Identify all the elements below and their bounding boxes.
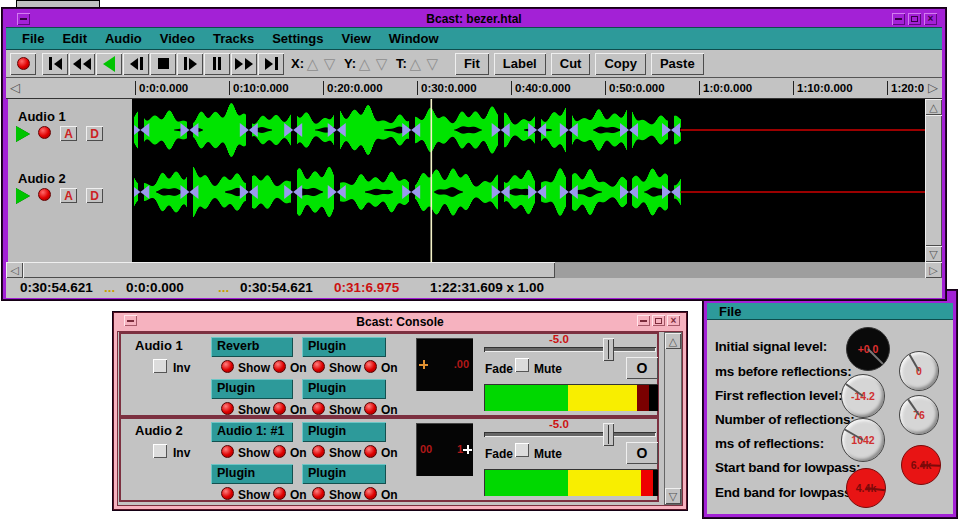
module-button[interactable]: Reverb — [211, 337, 293, 357]
pan-crosshair[interactable] — [463, 445, 472, 454]
paste-button[interactable]: Paste — [651, 53, 704, 75]
track-play-toggle[interactable] — [16, 188, 30, 204]
track-record-toggle[interactable] — [38, 126, 51, 139]
track-attach-button[interactable]: A — [60, 126, 77, 141]
on-radio[interactable] — [364, 402, 377, 415]
module-button[interactable]: Plugin — [211, 464, 293, 484]
maximize-button[interactable] — [652, 315, 665, 326]
module-button[interactable]: Plugin — [302, 337, 386, 357]
show-radio[interactable] — [221, 445, 234, 458]
maximize-button[interactable] — [908, 13, 921, 25]
scroll-down-button[interactable]: ▽ — [925, 246, 942, 262]
show-radio[interactable] — [221, 487, 234, 500]
pan-box[interactable]: 00 1 — [416, 423, 473, 476]
play-reverse-button[interactable] — [96, 53, 122, 75]
invert-checkbox[interactable] — [153, 444, 167, 458]
window-menu-button[interactable] — [17, 13, 30, 25]
module-button[interactable]: Plugin — [302, 464, 386, 484]
fast-forward-button[interactable] — [231, 53, 257, 75]
on-radio[interactable] — [273, 487, 286, 500]
module-button[interactable]: Plugin — [211, 379, 293, 399]
waveform-area[interactable] — [134, 99, 926, 262]
menu-audio[interactable]: Audio — [105, 31, 142, 46]
plugin-menu-file[interactable]: File — [719, 304, 741, 319]
goto-end-button[interactable] — [258, 53, 284, 75]
stop-button[interactable] — [150, 53, 176, 75]
show-radio[interactable] — [312, 487, 325, 500]
invert-checkbox[interactable] — [153, 359, 167, 373]
on-radio[interactable] — [364, 445, 377, 458]
knob-start-lowpass[interactable]: 6.4k — [901, 445, 941, 485]
scroll-up-button[interactable]: △ — [925, 99, 942, 115]
horizontal-scrollbar[interactable]: ◁ ▷ — [6, 262, 942, 278]
scroll-up-button[interactable]: △ — [665, 333, 681, 349]
close-button[interactable]: × — [667, 315, 680, 326]
zoom-t-down-button[interactable]: ▽ — [424, 55, 441, 73]
scroll-down-button[interactable]: ▽ — [665, 488, 681, 504]
pan-crosshair[interactable] — [419, 360, 428, 369]
menu-window[interactable]: Window — [389, 31, 439, 46]
on-radio[interactable] — [364, 487, 377, 500]
knob-num-reflections[interactable]: 76 — [899, 395, 939, 435]
track-play-toggle[interactable] — [16, 126, 30, 142]
show-radio[interactable] — [312, 402, 325, 415]
menu-edit[interactable]: Edit — [62, 31, 87, 46]
show-radio[interactable] — [312, 445, 325, 458]
knob-ms-before[interactable]: 0 — [899, 351, 939, 391]
menu-view[interactable]: View — [341, 31, 370, 46]
minimize-button[interactable] — [637, 315, 650, 326]
scroll-thumb[interactable] — [925, 115, 942, 246]
console-titlebar[interactable]: Bcast: Console — [117, 315, 683, 330]
window-menu-button[interactable] — [124, 315, 137, 326]
on-radio[interactable] — [273, 402, 286, 415]
fast-reverse-button[interactable] — [69, 53, 95, 75]
output-button[interactable]: O — [626, 357, 658, 379]
label-button[interactable]: Label — [494, 53, 546, 75]
main-titlebar[interactable]: Bcast: bezer.htal — [6, 11, 942, 27]
module-button[interactable]: Plugin — [302, 422, 386, 442]
scroll-thumb[interactable] — [23, 262, 555, 278]
ruler-scroll-right-button[interactable]: ▷ — [924, 78, 942, 98]
fade-handle[interactable] — [603, 338, 614, 361]
mute-checkbox[interactable] — [515, 358, 529, 372]
track-attach-button[interactable]: A — [60, 188, 77, 203]
knob-initial-signal[interactable]: +0.0 — [846, 327, 890, 371]
output-button[interactable]: O — [626, 442, 658, 464]
zoom-y-up-button[interactable]: △ — [356, 55, 373, 73]
waveform-canvas[interactable] — [134, 99, 926, 262]
on-radio[interactable] — [364, 360, 377, 373]
pause-button[interactable] — [204, 53, 230, 75]
track-record-toggle[interactable] — [38, 188, 51, 201]
show-radio[interactable] — [221, 402, 234, 415]
track-draw-button[interactable]: D — [86, 188, 103, 203]
module-button[interactable]: Audio 1: #1 — [211, 422, 293, 442]
frame-reverse-button[interactable] — [123, 53, 149, 75]
copy-button[interactable]: Copy — [595, 53, 646, 75]
goto-start-button[interactable] — [42, 53, 68, 75]
menu-settings[interactable]: Settings — [272, 31, 323, 46]
menu-file[interactable]: File — [22, 31, 44, 46]
fade-handle[interactable] — [603, 423, 614, 446]
on-radio[interactable] — [273, 360, 286, 373]
cut-button[interactable]: Cut — [551, 53, 591, 75]
zoom-t-up-button[interactable]: △ — [407, 55, 424, 73]
knob-first-reflection[interactable]: -14.2 — [841, 374, 885, 418]
record-button[interactable] — [10, 53, 36, 75]
zoom-x-up-button[interactable]: △ — [304, 55, 321, 73]
knob-ms-reflections[interactable]: 1042 — [841, 418, 885, 462]
track-draw-button[interactable]: D — [86, 126, 103, 141]
on-radio[interactable] — [273, 445, 286, 458]
pan-box[interactable]: .00 — [416, 338, 473, 391]
minimize-button[interactable] — [892, 13, 905, 25]
ruler-scroll-left-button[interactable]: ◁ — [6, 78, 24, 98]
scroll-right-button[interactable]: ▷ — [925, 262, 942, 278]
menu-tracks[interactable]: Tracks — [213, 31, 254, 46]
timeline-ruler[interactable]: 0:0:0.000 0:10:0.000 0:20:0.000 0:30:0.0… — [6, 78, 942, 99]
zoom-y-down-button[interactable]: ▽ — [373, 55, 390, 73]
menu-video[interactable]: Video — [160, 31, 195, 46]
scroll-left-button[interactable]: ◁ — [6, 262, 23, 278]
module-button[interactable]: Plugin — [302, 379, 386, 399]
show-radio[interactable] — [312, 360, 325, 373]
fade-slider[interactable] — [484, 347, 656, 352]
vertical-scrollbar[interactable]: △ ▽ — [925, 99, 942, 262]
